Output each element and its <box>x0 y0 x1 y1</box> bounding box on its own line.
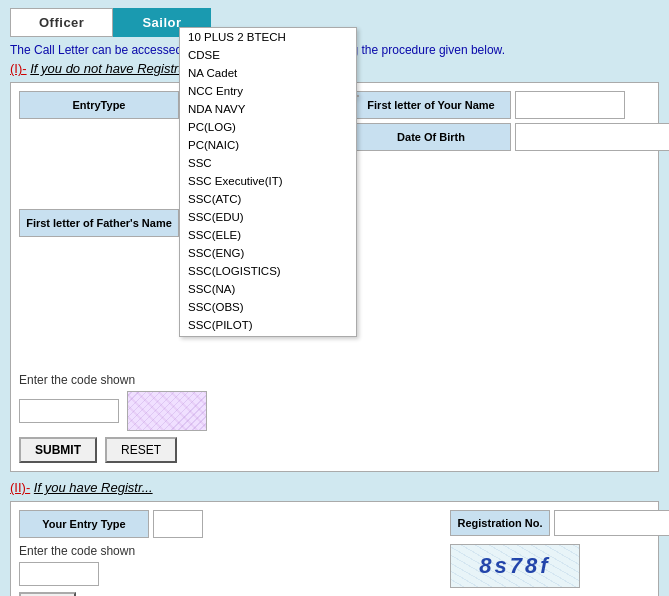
dropdown-item[interactable]: SSC(PILOT) <box>180 316 356 334</box>
section2-entry-input[interactable]: --Se <box>153 510 203 538</box>
dropdown-item[interactable]: SSC(EDU) <box>180 208 356 226</box>
dropdown-item[interactable]: SSC <box>180 154 356 172</box>
dropdown-item[interactable]: SSC(ENG) <box>180 244 356 262</box>
dropdown-wrapper: 10 PLUS 2 BTECH CDSE NA Cadet NCC Entry … <box>19 27 650 337</box>
dob-input[interactable] <box>515 123 669 151</box>
button-row: SUBMIT RESET <box>19 437 650 463</box>
dob-label: Date Of Birth <box>351 123 511 151</box>
submit-button[interactable]: SUBMIT <box>19 437 97 463</box>
first-letter-name-input[interactable] <box>515 91 625 119</box>
dropdown-item[interactable]: CDSE <box>180 46 356 64</box>
section2-entry-label: Your Entry Type <box>19 510 149 538</box>
first-letter-name-label: First letter of Your Name <box>351 91 511 119</box>
captcha-section: Enter the code shown <box>19 373 650 431</box>
captcha-input[interactable] <box>19 399 119 423</box>
right-fields: First letter of Your Name Date Of Birth … <box>351 91 625 151</box>
section2-title-prefix: (II)- <box>10 480 30 495</box>
section2-captcha-section: Enter the code shown <box>19 544 440 586</box>
dropdown-item[interactable]: SSC Executive(IT) <box>180 172 356 190</box>
section2-captcha-image: 8s78f <box>450 544 580 588</box>
dropdown-item[interactable]: 10 PLUS 2 BTECH <box>180 28 356 46</box>
section2-title-text: If you have Registr... <box>34 480 153 495</box>
section1-box: EntryType ✓ --Select-- First letter of Y… <box>10 82 659 472</box>
captcha-image <box>127 391 207 431</box>
main-content: The Call Letter can be accessed through … <box>0 37 669 596</box>
dropdown-item[interactable]: SSC{GS(Hydro)} <box>180 334 356 337</box>
section2-title: (II)- If you have Registr... <box>10 480 659 495</box>
dropdown-item[interactable]: SSC(ATC) <box>180 190 356 208</box>
section2-submit-button[interactable]: SUB <box>19 592 76 596</box>
section2-captcha-input[interactable] <box>19 562 99 586</box>
father-name-label: First letter of Father's Name <box>19 209 179 237</box>
captcha-value: 8s78f <box>479 553 550 579</box>
section2-captcha-label: Enter the code shown <box>19 544 440 558</box>
reg-no-input[interactable] <box>554 510 669 536</box>
dropdown-item[interactable]: NCC Entry <box>180 82 356 100</box>
dropdown-item[interactable]: SSC(LOGISTICS) <box>180 262 356 280</box>
dropdown-item[interactable]: NDA NAVY <box>180 100 356 118</box>
section2-left: Your Entry Type --Se Enter the code show… <box>19 510 440 596</box>
dropdown-item[interactable]: PC(NAIC) <box>180 136 356 154</box>
dropdown-item[interactable]: NA Cadet <box>180 64 356 82</box>
reg-no-label: Registration No. <box>450 510 550 536</box>
dropdown-open-menu[interactable]: 10 PLUS 2 BTECH CDSE NA Cadet NCC Entry … <box>179 27 357 337</box>
section2-right: Registration No. 8s78f <box>450 510 650 596</box>
dropdown-item[interactable]: SSC(ELE) <box>180 226 356 244</box>
section2-inner: Your Entry Type --Se Enter the code show… <box>19 510 650 596</box>
reset-button[interactable]: RESET <box>105 437 177 463</box>
section2-box: Your Entry Type --Se Enter the code show… <box>10 501 659 596</box>
dropdown-item[interactable]: SSC(NA) <box>180 280 356 298</box>
dropdown-item[interactable]: PC(LOG) <box>180 118 356 136</box>
dropdown-item[interactable]: SSC(OBS) <box>180 298 356 316</box>
captcha-label: Enter the code shown <box>19 373 650 387</box>
